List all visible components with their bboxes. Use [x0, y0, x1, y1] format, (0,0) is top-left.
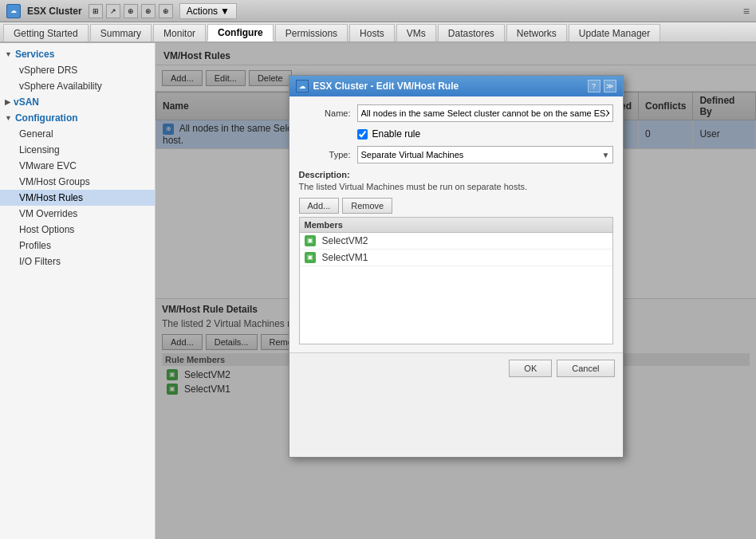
description-row: Description: The listed Virtual Machines…: [299, 170, 613, 191]
cancel-button[interactable]: Cancel: [557, 360, 614, 377]
tab-vms[interactable]: VMs: [396, 24, 436, 41]
modal-member-icon-0: ▣: [305, 235, 316, 246]
tab-networks[interactable]: Networks: [506, 24, 567, 41]
modal-members-section: Add... Remove Members ▣ SelectVM2 ▣ S: [299, 198, 613, 344]
modal-title: ☁ ESX Cluster - Edit VM/Host Rule: [296, 80, 459, 92]
tab-getting-started[interactable]: Getting Started: [3, 24, 89, 41]
name-row: Name:: [299, 104, 613, 122]
modal-remove-button[interactable]: Remove: [342, 198, 392, 214]
modal-overlay: ☁ ESX Cluster - Edit VM/Host Rule ? ≫ Na…: [156, 43, 756, 539]
app-title: ESX Cluster: [27, 6, 82, 17]
sidebar-item-vmhost-rules[interactable]: VM/Host Rules: [0, 190, 155, 206]
tab-hosts[interactable]: Hosts: [349, 24, 395, 41]
actions-button[interactable]: Actions ▼: [179, 3, 237, 19]
tab-update-manager[interactable]: Update Manager: [569, 24, 660, 41]
enable-rule-checkbox[interactable]: [357, 129, 368, 140]
main-layout: Services vSphere DRS vSphere Availabilit…: [0, 43, 756, 539]
sidebar-item-vmhost-groups[interactable]: VM/Host Groups: [0, 174, 155, 190]
top-icons: ⊞ ↗ ⊕ ⊕ ⊕: [89, 4, 173, 18]
modal-member-1: ▣ SelectVM1: [300, 250, 612, 266]
tab-datastores[interactable]: Datastores: [438, 24, 505, 41]
vsan-arrow: [5, 98, 10, 106]
type-label: Type:: [299, 150, 351, 159]
sidebar-item-io-filters[interactable]: I/O Filters: [0, 254, 155, 270]
actions-label: Actions: [187, 6, 218, 17]
modal-add-button[interactable]: Add...: [299, 198, 340, 214]
icon4[interactable]: ⊕: [141, 4, 156, 18]
sidebar-item-services[interactable]: Services: [0, 46, 155, 62]
modal-members-toolbar: Add... Remove: [299, 198, 613, 214]
name-label: Name:: [299, 108, 351, 118]
tab-configure[interactable]: Configure: [207, 24, 274, 41]
sidebar-item-host-options[interactable]: Host Options: [0, 222, 155, 238]
sidebar-item-licensing[interactable]: Licensing: [0, 142, 155, 158]
app-icon: ☁: [6, 4, 21, 18]
tab-monitor[interactable]: Monitor: [153, 24, 206, 41]
name-input[interactable]: [357, 104, 613, 122]
enable-rule-row: Enable rule: [357, 128, 613, 140]
content-area: VM/Host Rules Add... Edit... Delete Name…: [156, 43, 756, 539]
top-bar: ☁ ESX Cluster ⊞ ↗ ⊕ ⊕ ⊕ Actions ▼ ≡: [0, 0, 756, 22]
overflow-icon[interactable]: ≡: [743, 5, 750, 18]
config-arrow: [5, 114, 12, 122]
type-select-wrap: Separate Virtual MachinesKeep Virtual Ma…: [357, 146, 613, 163]
icon5[interactable]: ⊕: [159, 4, 173, 18]
modal-members-list: Members ▣ SelectVM2 ▣ SelectVM1: [299, 217, 613, 344]
description-text: The listed Virtual Machines must be run …: [299, 182, 613, 191]
modal-members-header: Members: [300, 218, 612, 233]
icon1[interactable]: ⊞: [89, 4, 103, 18]
sidebar-item-vsphere-availability[interactable]: vSphere Availability: [0, 78, 155, 94]
sidebar-item-general[interactable]: General: [0, 126, 155, 142]
type-row: Type: Separate Virtual MachinesKeep Virt…: [299, 146, 613, 163]
modal-icon: ☁: [296, 80, 309, 92]
modal-member-0: ▣ SelectVM2: [300, 233, 612, 250]
modal-body: Name: Enable rule Type: Separate Virtual…: [289, 96, 623, 352]
actions-arrow: ▼: [220, 6, 230, 17]
sidebar-item-vsphere-drs[interactable]: vSphere DRS: [0, 62, 155, 78]
sidebar-item-configuration[interactable]: Configuration: [0, 110, 155, 126]
sidebar: Services vSphere DRS vSphere Availabilit…: [0, 43, 156, 539]
sidebar-item-vmware-evc[interactable]: VMware EVC: [0, 158, 155, 174]
type-select[interactable]: Separate Virtual MachinesKeep Virtual Ma…: [357, 146, 613, 163]
modal-member-icon-1: ▣: [305, 252, 316, 263]
icon3[interactable]: ⊕: [124, 4, 138, 18]
sidebar-item-profiles[interactable]: Profiles: [0, 238, 155, 254]
enable-rule-label: Enable rule: [372, 128, 421, 140]
ok-button[interactable]: OK: [509, 360, 552, 377]
modal-header-actions: ? ≫: [588, 80, 616, 92]
sidebar-item-vm-overrides[interactable]: VM Overrides: [0, 206, 155, 222]
sidebar-item-vsan[interactable]: vSAN: [0, 94, 155, 110]
icon2[interactable]: ↗: [106, 4, 120, 18]
modal-help-button[interactable]: ?: [588, 80, 600, 92]
modal-header: ☁ ESX Cluster - Edit VM/Host Rule ? ≫: [289, 76, 623, 96]
edit-rule-modal: ☁ ESX Cluster - Edit VM/Host Rule ? ≫ Na…: [289, 75, 624, 458]
description-label: Description:: [299, 170, 613, 179]
tab-summary[interactable]: Summary: [90, 24, 152, 41]
tab-permissions[interactable]: Permissions: [275, 24, 348, 41]
modal-footer: OK Cancel: [289, 352, 623, 384]
modal-expand-button[interactable]: ≫: [604, 80, 616, 92]
nav-tabs: Getting Started Summary Monitor Configur…: [0, 22, 756, 43]
services-arrow: [5, 50, 12, 58]
